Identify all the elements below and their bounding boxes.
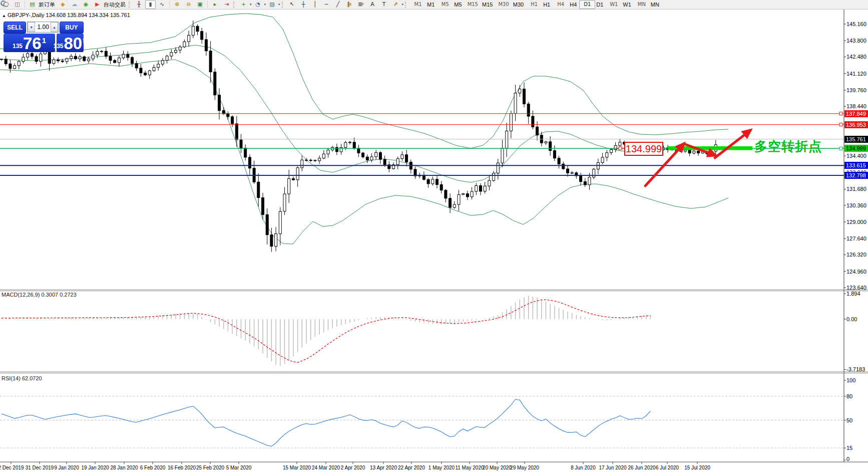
price-badge: 135.761 xyxy=(844,136,868,143)
buy-price-figure: 135 xyxy=(53,43,63,50)
undefined-label[interactable]: H4 xyxy=(570,2,577,8)
data-preview-icon[interactable]: ◫ xyxy=(12,0,23,9)
date-axis-label: 13 Apr 2020 xyxy=(370,465,397,470)
timeframe-h4[interactable]: H4 xyxy=(553,0,569,9)
templates-icon[interactable]: ▨ xyxy=(267,0,277,9)
date-axis-label: 15 Jul 2020 xyxy=(684,465,710,470)
arrows-dropdown-caret[interactable]: ▾ xyxy=(402,3,404,7)
periods-icon[interactable]: ◔ xyxy=(253,0,263,9)
new-order-label[interactable]: 新订单 xyxy=(39,1,55,9)
macd-axis-label: 1.894 xyxy=(846,291,860,297)
timeframe-m30[interactable]: M30 xyxy=(495,0,512,9)
templates-dropdown-caret[interactable]: ▾ xyxy=(278,3,280,7)
undefined-label[interactable]: M30 xyxy=(513,2,524,8)
crosshair-icon[interactable]: ┼ xyxy=(298,0,309,9)
date-axis-label: 20 May 2020 xyxy=(483,465,512,470)
undefined-label[interactable]: M15 xyxy=(482,2,493,8)
volume-value[interactable]: 1.00 xyxy=(35,24,51,31)
trendline-icon[interactable]: ╱ xyxy=(333,0,343,9)
indicators-dropdown-caret[interactable]: ▾ xyxy=(250,3,252,7)
equidistant-channel-icon[interactable]: ∥E xyxy=(344,0,355,9)
buy-button[interactable]: BUY xyxy=(60,22,84,34)
undefined-label[interactable]: D1 xyxy=(596,2,603,8)
price-annotation-box[interactable]: 134.999 xyxy=(624,142,663,156)
cursor-icon[interactable]: ↖ xyxy=(287,0,297,9)
price-axis-label: 123.640 xyxy=(846,285,866,291)
undefined-label[interactable]: M5 xyxy=(454,2,462,8)
undefined-label[interactable]: M1 xyxy=(427,2,435,8)
chart-canvas[interactable] xyxy=(0,0,868,472)
turning-point-text[interactable]: 多空转折点 xyxy=(754,138,822,155)
price-badge: 137.849 xyxy=(844,110,868,117)
price-axis-label: 141.120 xyxy=(846,71,866,77)
date-axis-label: 17 Jun 2020 xyxy=(599,465,626,470)
timeframe-m5[interactable]: M5 xyxy=(437,0,453,9)
horizontal-line-icon[interactable]: ─ xyxy=(321,0,332,9)
sell-price[interactable]: 135 76 1 xyxy=(4,34,55,52)
symbol-info: ▲GBPJPY-,Daily 134.608 135.894 134.334 1… xyxy=(2,12,130,18)
candle-chart-mode-icon[interactable]: ▮ xyxy=(145,0,156,9)
date-axis-label: 24 Mar 2020 xyxy=(312,465,340,470)
symbol-ohlc-text: GBPJPY-,Daily 134.608 135.894 134.334 13… xyxy=(8,12,130,18)
buy-price[interactable]: 135 80 5 xyxy=(57,34,84,52)
price-axis-label: 143.800 xyxy=(846,38,866,44)
volume-down-button[interactable]: ▼ xyxy=(28,22,35,32)
date-axis-label: 25 Feb 2020 xyxy=(196,465,224,470)
zoom-in-icon[interactable]: ⊕ xyxy=(172,0,182,9)
price-axis-label: 134.400 xyxy=(846,153,866,159)
line-chart-mode-icon[interactable]: ∿ xyxy=(157,0,167,9)
arrows-icon[interactable]: ⇗ xyxy=(390,0,401,9)
signals-icon[interactable]: ◉ xyxy=(81,0,91,9)
community-cloud-icon[interactable]: ☁ xyxy=(69,0,80,9)
toolbar-grip xyxy=(129,2,131,8)
timeframe-mn[interactable]: MN xyxy=(634,0,650,9)
date-axis-label: 11 May 2020 xyxy=(455,465,484,470)
volume-stepper[interactable]: ▼ 1.00 ▲ xyxy=(27,22,59,33)
date-axis-label: 5 Mar 2020 xyxy=(226,465,252,470)
undefined-label[interactable]: W1 xyxy=(623,2,631,8)
text-label-icon[interactable]: T xyxy=(379,0,389,9)
fibonacci-icon[interactable]: ≣F xyxy=(356,0,366,9)
bar-chart-mode-icon[interactable]: ╫ xyxy=(134,0,144,9)
timeframe-w1[interactable]: W1 xyxy=(606,0,622,9)
new-order-icon[interactable]: ▤ xyxy=(27,0,38,9)
toolbar-separator xyxy=(25,1,25,8)
zoom-out-icon[interactable]: ⊖ xyxy=(183,0,194,9)
date-axis-label: 6 Jul 2020 xyxy=(656,465,679,470)
macd-axis-label: 0.00 xyxy=(846,316,857,322)
price-axis-label: 129.000 xyxy=(846,219,866,225)
macd-axis-label: -3.7183 xyxy=(846,366,865,372)
text-icon[interactable]: A xyxy=(367,0,378,9)
sell-price-figure: 135 xyxy=(13,43,23,50)
price-axis-label: 126.320 xyxy=(846,252,866,258)
chart-shift-icon[interactable]: ⇥ xyxy=(221,0,232,9)
undefined-label[interactable]: H1 xyxy=(543,2,550,8)
timeframe-m1[interactable]: M1 xyxy=(410,0,426,9)
timeframe-h1[interactable]: H1 xyxy=(526,0,542,9)
price-axis-label: 142.480 xyxy=(846,54,866,60)
rsi-label: RSI(14) 62.0720 xyxy=(2,375,42,381)
autotrading-label[interactable]: 自动交易 xyxy=(104,1,126,9)
auto-scroll-icon[interactable]: ▸ xyxy=(210,0,220,9)
price-badge: 134.999 xyxy=(844,145,868,152)
market-icon[interactable]: ◆ xyxy=(58,0,68,9)
volume-up-button[interactable]: ▲ xyxy=(51,22,58,32)
price-axis-label: 130.360 xyxy=(846,202,866,208)
tile-windows-icon[interactable]: ▣ xyxy=(195,0,205,9)
date-axis-label: 28 Jan 2020 xyxy=(110,465,138,470)
vertical-line-icon[interactable]: │ xyxy=(310,0,320,9)
undefined-label[interactable]: MN xyxy=(651,2,659,8)
toolbar-groups: ▦◫▤新订单◆☁◉▶自动交易╫▮∿⊕⊖▣▸⇥+▾◔▾▨▾↖┼│─╱∥E≣FAT⇗… xyxy=(0,0,661,9)
rsi-axis-label: 100 xyxy=(846,377,855,383)
indicators-icon[interactable]: + xyxy=(238,0,249,9)
price-axis-label: 139.760 xyxy=(846,87,866,93)
chat-icon[interactable] xyxy=(0,0,9,8)
rsi-axis-label: 15 xyxy=(846,445,852,451)
sell-button[interactable]: SELL xyxy=(4,22,26,34)
periods-dropdown-caret[interactable]: ▾ xyxy=(264,3,266,7)
autotrading-icon[interactable]: ▶ xyxy=(92,0,103,9)
price-axis-label: 138.440 xyxy=(846,103,866,109)
timeframe-d1[interactable]: D1 xyxy=(579,0,595,9)
rsi-axis-label: 0 xyxy=(846,456,849,462)
timeframe-m15[interactable]: M15 xyxy=(465,0,481,9)
